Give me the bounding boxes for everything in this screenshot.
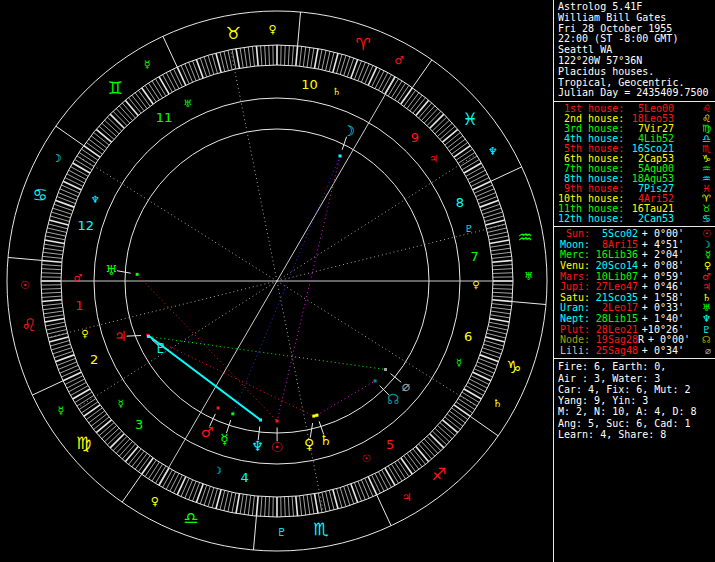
planet-glyph-venu: ♀ bbox=[304, 436, 314, 452]
sign-glyph-taurus: ♉ bbox=[226, 23, 241, 43]
planet-glyph-node: ☊ bbox=[387, 391, 399, 407]
house-number-5: 5 bbox=[386, 437, 394, 452]
sign-glyph-cancer: ♋ bbox=[33, 185, 48, 205]
planet-dot-mars bbox=[217, 407, 220, 410]
planet-label: Nept: bbox=[558, 314, 590, 325]
planet-label: Venu: bbox=[558, 261, 590, 272]
planet-dot-lili bbox=[384, 368, 387, 371]
planet-glyph-sun: ☉ bbox=[271, 439, 284, 455]
planet-dot-merc bbox=[231, 412, 234, 415]
planet-position: 20Sco14 bbox=[590, 261, 638, 272]
house-ruler-icon: ♂ bbox=[74, 272, 83, 283]
house-number-7: 7 bbox=[470, 249, 478, 264]
planet-velocity: + 0°08' bbox=[638, 261, 684, 272]
planet-dot-satu bbox=[315, 414, 318, 417]
house-ruler-icon: ♀ bbox=[81, 328, 88, 339]
planet-glyph-moon: ☽ bbox=[342, 123, 355, 139]
stats-line: Learn: 4, Share: 8 bbox=[558, 429, 713, 440]
zodiac-sign-icon: ♋ bbox=[702, 214, 713, 224]
house-ruler-icon: ♇ bbox=[465, 223, 474, 234]
sign-glyph-aquarius: ♒ bbox=[518, 227, 533, 247]
sign-glyph-scorpio: ♏ bbox=[313, 519, 328, 539]
planet-glyph-uran: ♅ bbox=[105, 262, 118, 278]
planet-dot-uran bbox=[136, 273, 139, 276]
planet-velocity: + 0°34' bbox=[638, 346, 684, 357]
sign-glyph-libra: ♎ bbox=[183, 508, 198, 528]
planet-glyph-plut: ♇ bbox=[155, 340, 168, 356]
planet-icon: ♀ bbox=[704, 261, 713, 272]
sign-ruler-icon: ☉ bbox=[20, 279, 30, 292]
house-cusp-value: 2Can53 bbox=[624, 214, 674, 224]
sign-ruler-icon: ♃ bbox=[402, 491, 412, 504]
chart-info-line: William Bill Gates bbox=[558, 13, 713, 24]
planet-glyph-merc: ☿ bbox=[220, 431, 229, 447]
sign-glyph-pisces: ♓ bbox=[462, 109, 477, 129]
planet-glyph-mars: ♂ bbox=[201, 424, 214, 440]
natal-chart-wheel: ♈♂♉♀♊☿♋☽♌☉♍☿♎♀♏♇♐♃♑♄♒♅♓♆1♂2♀3☿4☽5☉6☿7♀8♇… bbox=[0, 0, 553, 562]
house-ruler-icon: ☽ bbox=[213, 465, 222, 476]
planet-row-venu: Venu:20Sco14+ 0°08'♀ bbox=[558, 261, 713, 272]
sign-ruler-icon: ♆ bbox=[488, 145, 498, 158]
house-ruler-icon: ☿ bbox=[117, 398, 123, 409]
planet-dot-nept bbox=[259, 419, 262, 422]
sign-ruler-icon: ♄ bbox=[492, 397, 502, 410]
sign-glyph-sagittarius: ♐ bbox=[431, 464, 446, 484]
planet-glyph-nept: ♆ bbox=[251, 438, 264, 454]
planet-dot-sun bbox=[276, 419, 279, 422]
planet-dot-node bbox=[374, 379, 377, 382]
planet-dot-moon bbox=[339, 154, 342, 157]
planet-glyph-jupi: ♃ bbox=[114, 328, 127, 344]
house-number-10: 10 bbox=[301, 77, 318, 92]
sign-glyph-leo: ♌ bbox=[21, 315, 36, 335]
stats-line: Air : 3, Water: 3 bbox=[558, 373, 713, 384]
house-number-9: 9 bbox=[411, 130, 419, 145]
element-stats: Fire: 6, Earth: 0,Air : 3, Water: 3Car: … bbox=[554, 358, 715, 442]
house-number-11: 11 bbox=[156, 110, 173, 125]
chart-info-sidebar: Astrolog 5.41FWilliam Bill GatesFri 28 O… bbox=[553, 0, 715, 562]
astrolog-window: ♈♂♉♀♊☿♋☽♌☉♍☿♎♀♏♇♐♃♑♄♒♅♓♆1♂2♀3☿4☽5☉6☿7♀8♇… bbox=[0, 0, 715, 562]
planet-row-lili: Lili:25Sag48+ 0°34'⌀ bbox=[558, 346, 713, 357]
house-number-8: 8 bbox=[456, 195, 464, 210]
planet-row-nept: Nept:28Lib15+ 1°40'♆ bbox=[558, 314, 713, 325]
chart-info-line: Placidus houses. bbox=[558, 67, 713, 78]
planet-dot-plut bbox=[147, 335, 150, 338]
stats-line: M: 2, N: 10, A: 4, D: 8 bbox=[558, 406, 713, 417]
sign-glyph-virgo: ♍ bbox=[76, 433, 91, 453]
planet-glyph-lili: ⌀ bbox=[401, 378, 410, 394]
planet-pointer bbox=[127, 336, 142, 337]
house-ruler-icon: ♅ bbox=[183, 98, 192, 109]
house-ruler-icon: ♀ bbox=[472, 279, 479, 290]
house-ruler-icon: ♆ bbox=[91, 194, 100, 205]
house-label: 12th house: bbox=[558, 214, 624, 224]
chart-header-info: Astrolog 5.41FWilliam Bill GatesFri 28 O… bbox=[554, 0, 715, 101]
house-ruler-icon: ♃ bbox=[429, 153, 438, 164]
planet-position: 28Lib15 bbox=[590, 314, 638, 325]
sign-ruler-icon: ☽ bbox=[52, 152, 62, 165]
house-number-12: 12 bbox=[77, 218, 94, 233]
sign-ruler-icon: ♀ bbox=[151, 495, 159, 508]
house-ruler-icon: ♄ bbox=[332, 86, 341, 97]
house-number-4: 4 bbox=[240, 470, 248, 485]
planet-position: 25Sag48 bbox=[590, 346, 638, 357]
house-ruler-icon: ☉ bbox=[362, 453, 371, 464]
planet-icon: ⌀ bbox=[705, 346, 713, 357]
stats-line: Car: 4, Fix: 6, Mut: 2 bbox=[558, 384, 713, 395]
planet-label: Lili: bbox=[558, 346, 590, 357]
sign-glyph-capricorn: ♑ bbox=[506, 357, 521, 377]
sign-ruler-icon: ♇ bbox=[276, 526, 286, 539]
chart-info-line: Julian Day = 2435409.7500 bbox=[558, 88, 713, 99]
sign-glyph-aries: ♈ bbox=[356, 34, 371, 54]
sign-ruler-icon: ☿ bbox=[144, 58, 151, 71]
house-number-2: 2 bbox=[90, 352, 98, 367]
stats-line: Fire: 6, Earth: 0, bbox=[558, 361, 713, 372]
sign-ruler-icon: ♅ bbox=[524, 270, 534, 283]
planet-velocity: + 1°40' bbox=[638, 314, 684, 325]
planet-glyph-satu: ♄ bbox=[319, 432, 332, 448]
planet-position-list: Sun:5Sco02+ 0°00'☉Moon:8Ari15+ 4°51'☽Mer… bbox=[554, 226, 715, 358]
sign-ruler-icon: ♀ bbox=[269, 23, 277, 36]
planet-icon: ♆ bbox=[702, 314, 713, 325]
house-number-1: 1 bbox=[75, 298, 83, 313]
sign-glyph-gemini: ♊ bbox=[107, 78, 122, 98]
house-number-3: 3 bbox=[135, 417, 143, 432]
planet-dot-venu bbox=[312, 415, 315, 418]
